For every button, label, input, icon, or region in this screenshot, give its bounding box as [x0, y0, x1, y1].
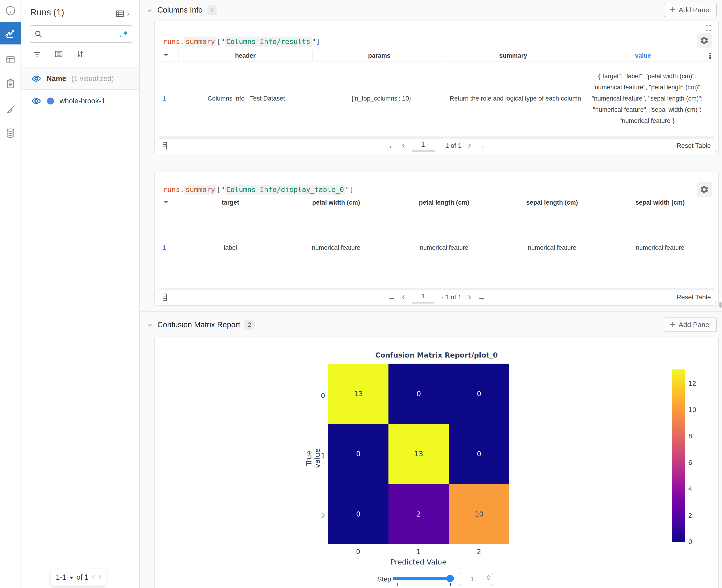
plus-icon: +	[670, 319, 675, 330]
chevron-right-icon	[125, 11, 131, 17]
next-page-chevron[interactable]: ›	[468, 292, 471, 301]
section-divider	[140, 312, 722, 312]
prev-page-chevron[interactable]: ‹	[402, 292, 405, 301]
add-panel-button[interactable]: + Add Panel	[664, 3, 717, 17]
panel-query-expression[interactable]: runs.summary["Columns Info/results"]	[163, 36, 320, 46]
x-axis-tick: 1	[409, 548, 428, 555]
section-title[interactable]: Confusion Matrix Report	[157, 320, 240, 329]
filter-icon[interactable]	[32, 49, 42, 59]
row-index-link[interactable]: 1	[159, 61, 179, 135]
first-page-arrow[interactable]: ←	[388, 142, 396, 150]
nav-panels[interactable]	[0, 51, 21, 68]
heatmap-cell: 13	[388, 424, 449, 484]
section-title[interactable]: Columns Info	[157, 5, 203, 15]
visualized-count-label: (1 visualized)	[71, 75, 114, 83]
column-kebab-menu-icon[interactable]: ⋮	[706, 50, 714, 61]
page-number-input[interactable]	[411, 140, 435, 152]
runs-pagination-pill: 1-1 of 1 ‹ ›	[51, 568, 107, 586]
runs-sidebar: Runs (1) .*	[21, 0, 140, 588]
page-range-label: - 1 of 1	[441, 294, 462, 301]
filter-icon	[162, 199, 169, 206]
run-name[interactable]: whole-brook-1	[60, 97, 105, 105]
runs-page-range[interactable]: 1-1	[56, 573, 66, 582]
cell-petal-width: numerical feature	[282, 208, 390, 287]
step-slider-track[interactable]	[393, 577, 453, 580]
heatmap-cell: 2	[388, 484, 449, 544]
cell-params: {'n_top_columns': 10}	[314, 61, 449, 135]
fullscreen-icon[interactable]	[705, 24, 712, 31]
column-header[interactable]: sepal length (cm)	[498, 197, 606, 208]
colorbar-tick-label: 6	[688, 459, 692, 466]
y-axis-tick: 2	[316, 512, 325, 520]
heatmap-cell: 10	[449, 484, 509, 544]
nav-info[interactable]: i	[0, 2, 21, 19]
panel-query-expression[interactable]: runs.summary["Columns Info/display_table…	[163, 184, 354, 195]
pagination-controls: ← ‹ - 1 of 1 › →	[159, 291, 714, 303]
panel-settings-button[interactable]	[697, 33, 712, 48]
scrollbar-thumb[interactable]	[719, 302, 722, 308]
add-panel-button[interactable]: + Add Panel	[664, 317, 717, 332]
y-axis-label: True value	[305, 440, 321, 477]
last-page-arrow[interactable]: →	[477, 293, 485, 302]
column-header[interactable]: header	[178, 50, 312, 61]
info-icon: i	[5, 5, 16, 16]
section-collapse-chevron-icon[interactable]	[146, 7, 153, 14]
last-page-arrow[interactable]: →	[477, 142, 485, 150]
column-header-value[interactable]: value	[580, 50, 706, 61]
column-header[interactable]: params	[313, 50, 446, 61]
step-slider-handle[interactable]	[446, 575, 454, 582]
column-header[interactable]: petal length (cm)	[390, 197, 498, 208]
heatmap-cell: 0	[388, 363, 449, 424]
table-filter-cell[interactable]	[159, 50, 178, 61]
runs-name-column-label: Name	[46, 75, 66, 83]
nav-artifacts[interactable]	[0, 125, 21, 142]
prev-page-chevron[interactable]: ‹	[402, 140, 405, 150]
table-filter-cell[interactable]	[159, 197, 179, 208]
stepper-spinner[interactable]	[487, 575, 490, 580]
first-page-arrow[interactable]: ←	[388, 293, 396, 302]
colorbar-tick-label: 2	[688, 512, 692, 519]
section-panel-count-badge: 2	[245, 320, 255, 330]
column-header[interactable]: petal width (cm)	[282, 197, 390, 208]
chevron-up-icon	[487, 575, 490, 577]
nav-logs[interactable]	[0, 76, 21, 92]
heatmap-cell: 0	[449, 424, 509, 484]
column-header[interactable]: target	[179, 197, 282, 208]
table-footer-divider	[159, 288, 714, 290]
visibility-eye-icon[interactable]	[31, 74, 41, 84]
runs-table-toggle-button[interactable]	[115, 9, 131, 19]
step-control-row: Step	[155, 573, 718, 587]
page-size-dropdown-icon[interactable]	[70, 576, 73, 579]
runs-table-icon	[115, 9, 125, 19]
runs-prev-page-chevron[interactable]: ‹	[92, 572, 95, 582]
step-label: Step	[377, 575, 391, 583]
colorbar	[672, 370, 685, 542]
table-footer-divider	[159, 136, 714, 139]
regex-toggle-icon[interactable]: .*	[118, 29, 128, 39]
panel-settings-button[interactable]	[697, 182, 712, 197]
workspace-main: Columns Info 2 + Add Panel runs.summary[…	[140, 0, 722, 588]
row-index-link[interactable]: 1	[159, 208, 179, 287]
section-confusion-matrix-header: Confusion Matrix Report 2 + Add Panel	[140, 315, 722, 335]
nav-workspace-charts[interactable]	[0, 22, 21, 44]
database-icon	[5, 128, 16, 139]
colorbar-tick-label: 12	[688, 380, 696, 387]
sort-icon[interactable]	[75, 49, 85, 59]
page-number-input[interactable]	[411, 291, 435, 303]
run-row[interactable]: whole-brook-1	[21, 90, 139, 112]
nav-sweeps[interactable]	[0, 101, 21, 118]
step-value-input[interactable]	[460, 573, 493, 585]
results-table-panel: runs.summary["Columns Info/results"] hea…	[154, 20, 719, 154]
column-header[interactable]: summary	[446, 50, 580, 61]
section-collapse-chevron-icon[interactable]	[146, 322, 153, 329]
column-header[interactable]: sepal width (cm)	[606, 197, 714, 208]
run-visibility-eye-icon[interactable]	[31, 96, 41, 106]
runs-search-input[interactable]	[46, 30, 118, 38]
next-page-chevron[interactable]: ›	[468, 140, 471, 150]
svg-text:i: i	[9, 8, 12, 14]
runs-next-page-chevron[interactable]: ›	[98, 572, 102, 582]
group-list-icon[interactable]	[54, 49, 64, 59]
page-input-underline	[411, 302, 435, 303]
gear-icon	[700, 185, 709, 194]
x-axis-tick: 0	[349, 548, 367, 555]
